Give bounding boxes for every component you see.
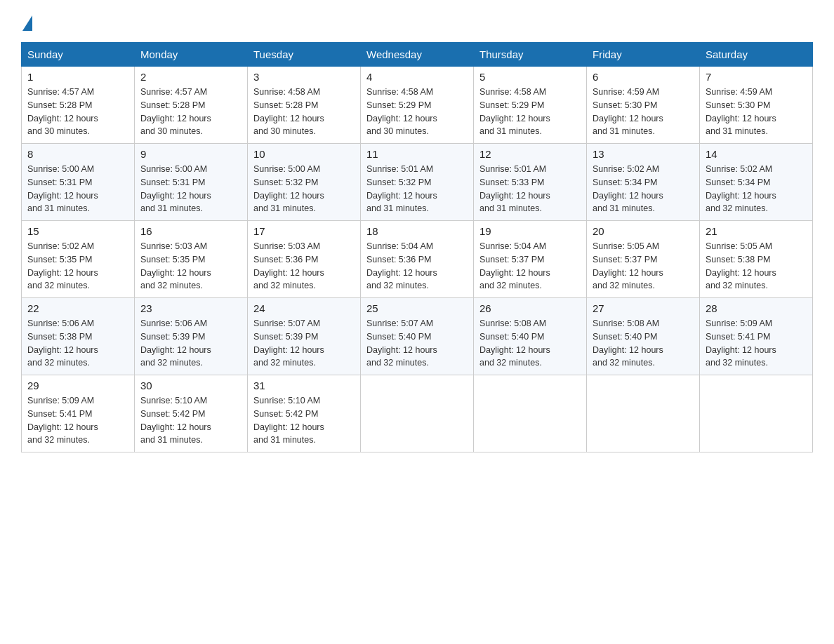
day-info: Sunrise: 5:10 AM Sunset: 5:42 PM Dayligh… — [140, 394, 241, 447]
calendar-cell: 7 Sunrise: 4:59 AM Sunset: 5:30 PM Dayli… — [700, 67, 813, 144]
day-number: 13 — [593, 148, 694, 160]
day-info: Sunrise: 5:10 AM Sunset: 5:42 PM Dayligh… — [253, 394, 355, 447]
day-info: Sunrise: 5:07 AM Sunset: 5:39 PM Dayligh… — [253, 317, 355, 370]
day-info: Sunrise: 4:59 AM Sunset: 5:30 PM Dayligh… — [593, 86, 694, 138]
day-info: Sunrise: 5:01 AM Sunset: 5:33 PM Dayligh… — [479, 163, 581, 215]
day-info: Sunrise: 5:09 AM Sunset: 5:41 PM Dayligh… — [27, 394, 128, 447]
day-info: Sunrise: 5:06 AM Sunset: 5:38 PM Dayligh… — [27, 317, 128, 370]
day-info: Sunrise: 5:02 AM Sunset: 5:35 PM Dayligh… — [27, 240, 128, 293]
calendar-cell — [700, 375, 813, 452]
calendar-cell: 9 Sunrise: 5:00 AM Sunset: 5:31 PM Dayli… — [135, 144, 248, 221]
calendar-cell: 14 Sunrise: 5:02 AM Sunset: 5:34 PM Dayl… — [700, 144, 813, 221]
day-number: 20 — [593, 225, 694, 237]
day-info: Sunrise: 5:00 AM Sunset: 5:31 PM Dayligh… — [140, 163, 241, 215]
calendar-cell: 2 Sunrise: 4:57 AM Sunset: 5:28 PM Dayli… — [135, 67, 248, 144]
day-number: 15 — [27, 225, 128, 237]
day-info: Sunrise: 5:05 AM Sunset: 5:38 PM Dayligh… — [706, 240, 807, 293]
day-info: Sunrise: 4:59 AM Sunset: 5:30 PM Dayligh… — [706, 86, 807, 138]
day-number: 2 — [140, 71, 241, 83]
calendar-week-row: 29 Sunrise: 5:09 AM Sunset: 5:41 PM Dayl… — [22, 375, 813, 452]
day-number: 10 — [253, 148, 355, 160]
calendar-cell: 24 Sunrise: 5:07 AM Sunset: 5:39 PM Dayl… — [248, 298, 361, 375]
header-friday: Friday — [587, 43, 700, 67]
day-info: Sunrise: 5:09 AM Sunset: 5:41 PM Dayligh… — [706, 317, 807, 370]
calendar-cell — [361, 375, 474, 452]
day-number: 12 — [479, 148, 581, 160]
day-number: 29 — [27, 380, 128, 391]
day-info: Sunrise: 4:58 AM Sunset: 5:28 PM Dayligh… — [253, 86, 355, 138]
calendar-cell: 11 Sunrise: 5:01 AM Sunset: 5:32 PM Dayl… — [361, 144, 474, 221]
calendar-cell: 26 Sunrise: 5:08 AM Sunset: 5:40 PM Dayl… — [474, 298, 587, 375]
day-number: 21 — [706, 225, 807, 237]
calendar-cell: 21 Sunrise: 5:05 AM Sunset: 5:38 PM Dayl… — [700, 221, 813, 298]
day-number: 5 — [479, 71, 581, 83]
day-number: 31 — [253, 380, 355, 391]
day-info: Sunrise: 5:03 AM Sunset: 5:35 PM Dayligh… — [140, 240, 241, 293]
day-info: Sunrise: 5:03 AM Sunset: 5:36 PM Dayligh… — [253, 240, 355, 293]
day-number: 1 — [27, 71, 128, 83]
calendar-cell: 31 Sunrise: 5:10 AM Sunset: 5:42 PM Dayl… — [248, 375, 361, 452]
day-info: Sunrise: 4:58 AM Sunset: 5:29 PM Dayligh… — [366, 86, 468, 138]
day-info: Sunrise: 5:02 AM Sunset: 5:34 PM Dayligh… — [593, 163, 694, 215]
calendar-cell: 15 Sunrise: 5:02 AM Sunset: 5:35 PM Dayl… — [22, 221, 135, 298]
day-info: Sunrise: 5:08 AM Sunset: 5:40 PM Dayligh… — [593, 317, 694, 370]
day-info: Sunrise: 4:57 AM Sunset: 5:28 PM Dayligh… — [27, 86, 128, 138]
calendar-cell: 27 Sunrise: 5:08 AM Sunset: 5:40 PM Dayl… — [587, 298, 700, 375]
day-number: 14 — [706, 148, 807, 160]
calendar-cell: 16 Sunrise: 5:03 AM Sunset: 5:35 PM Dayl… — [135, 221, 248, 298]
calendar-cell: 23 Sunrise: 5:06 AM Sunset: 5:39 PM Dayl… — [135, 298, 248, 375]
day-info: Sunrise: 5:00 AM Sunset: 5:31 PM Dayligh… — [27, 163, 128, 215]
calendar-cell: 8 Sunrise: 5:00 AM Sunset: 5:31 PM Dayli… — [22, 144, 135, 221]
day-number: 8 — [27, 148, 128, 160]
day-number: 18 — [366, 225, 468, 237]
day-number: 28 — [706, 302, 807, 314]
day-number: 26 — [479, 302, 581, 314]
calendar-cell: 29 Sunrise: 5:09 AM Sunset: 5:41 PM Dayl… — [22, 375, 135, 452]
day-info: Sunrise: 5:04 AM Sunset: 5:37 PM Dayligh… — [479, 240, 581, 293]
header-thursday: Thursday — [474, 43, 587, 67]
day-info: Sunrise: 5:05 AM Sunset: 5:37 PM Dayligh… — [593, 240, 694, 293]
day-number: 22 — [27, 302, 128, 314]
calendar-cell: 1 Sunrise: 4:57 AM Sunset: 5:28 PM Dayli… — [22, 67, 135, 144]
calendar-cell: 25 Sunrise: 5:07 AM Sunset: 5:40 PM Dayl… — [361, 298, 474, 375]
calendar-cell: 18 Sunrise: 5:04 AM Sunset: 5:36 PM Dayl… — [361, 221, 474, 298]
calendar-cell: 28 Sunrise: 5:09 AM Sunset: 5:41 PM Dayl… — [700, 298, 813, 375]
calendar-cell: 17 Sunrise: 5:03 AM Sunset: 5:36 PM Dayl… — [248, 221, 361, 298]
header-tuesday: Tuesday — [248, 43, 361, 67]
header-sunday: Sunday — [22, 43, 135, 67]
day-number: 6 — [593, 71, 694, 83]
calendar-cell: 5 Sunrise: 4:58 AM Sunset: 5:29 PM Dayli… — [474, 67, 587, 144]
day-number: 7 — [706, 71, 807, 83]
day-number: 30 — [140, 380, 241, 391]
calendar-cell: 10 Sunrise: 5:00 AM Sunset: 5:32 PM Dayl… — [248, 144, 361, 221]
calendar-cell: 20 Sunrise: 5:05 AM Sunset: 5:37 PM Dayl… — [587, 221, 700, 298]
day-number: 3 — [253, 71, 355, 83]
calendar-cell: 19 Sunrise: 5:04 AM Sunset: 5:37 PM Dayl… — [474, 221, 587, 298]
day-number: 24 — [253, 302, 355, 314]
calendar-cell: 30 Sunrise: 5:10 AM Sunset: 5:42 PM Dayl… — [135, 375, 248, 452]
day-info: Sunrise: 5:04 AM Sunset: 5:36 PM Dayligh… — [366, 240, 468, 293]
day-number: 16 — [140, 225, 241, 237]
logo-triangle-icon — [22, 15, 32, 31]
day-number: 27 — [593, 302, 694, 314]
calendar-week-row: 8 Sunrise: 5:00 AM Sunset: 5:31 PM Dayli… — [22, 144, 813, 221]
day-info: Sunrise: 5:06 AM Sunset: 5:39 PM Dayligh… — [140, 317, 241, 370]
logo-wordmark — [21, 14, 34, 29]
day-number: 25 — [366, 302, 468, 314]
header-monday: Monday — [135, 43, 248, 67]
day-info: Sunrise: 5:00 AM Sunset: 5:32 PM Dayligh… — [253, 163, 355, 215]
day-number: 4 — [366, 71, 468, 83]
calendar-cell: 6 Sunrise: 4:59 AM Sunset: 5:30 PM Dayli… — [587, 67, 700, 144]
header-saturday: Saturday — [700, 43, 813, 67]
calendar-week-row: 22 Sunrise: 5:06 AM Sunset: 5:38 PM Dayl… — [22, 298, 813, 375]
calendar-week-row: 15 Sunrise: 5:02 AM Sunset: 5:35 PM Dayl… — [22, 221, 813, 298]
calendar-table: SundayMondayTuesdayWednesdayThursdayFrid… — [21, 42, 813, 452]
calendar-cell — [474, 375, 587, 452]
calendar-cell: 3 Sunrise: 4:58 AM Sunset: 5:28 PM Dayli… — [248, 67, 361, 144]
day-number: 11 — [366, 148, 468, 160]
day-info: Sunrise: 4:57 AM Sunset: 5:28 PM Dayligh… — [140, 86, 241, 138]
day-info: Sunrise: 4:58 AM Sunset: 5:29 PM Dayligh… — [479, 86, 581, 138]
calendar-cell: 13 Sunrise: 5:02 AM Sunset: 5:34 PM Dayl… — [587, 144, 700, 221]
day-info: Sunrise: 5:01 AM Sunset: 5:32 PM Dayligh… — [366, 163, 468, 215]
calendar-cell: 12 Sunrise: 5:01 AM Sunset: 5:33 PM Dayl… — [474, 144, 587, 221]
